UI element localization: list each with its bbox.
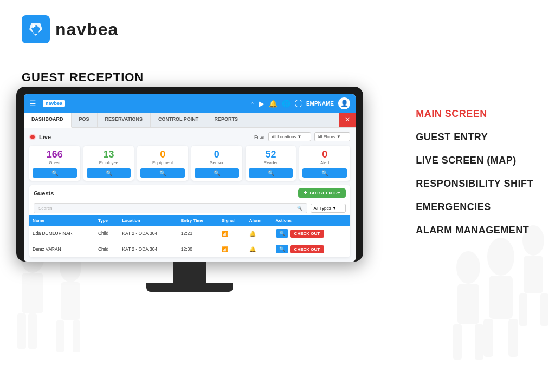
sensor-count: 0	[195, 149, 239, 160]
type-select[interactable]: All Types ▼	[311, 204, 346, 213]
app-tabs: DASHBOARD POS RESERVATIONS CONTROL POINT…	[24, 113, 356, 128]
expand-icon[interactable]: ⛶	[295, 100, 302, 108]
menu-item-label-2: LIVE SCREEN (MAP)	[416, 155, 517, 166]
page-title: GUEST RECEPTION	[22, 70, 144, 84]
monitor-frame: ☰ navbea ⌂ ▶ 🔔 🌐 ⛶ EMPNAME 👤 DASHBOARD P…	[16, 87, 363, 262]
tab-pos[interactable]: POS	[72, 113, 98, 127]
cell-location: KAT 2 - ODA 304	[119, 241, 178, 257]
svg-rect-10	[453, 324, 462, 360]
guest-search-btn[interactable]: 🔍	[33, 168, 77, 178]
cell-name: Deniz VARAN	[29, 241, 95, 257]
play-icon[interactable]: ▶	[259, 100, 264, 108]
row-search-btn-0[interactable]: 🔍	[276, 229, 288, 238]
table-row: Eda DUMLUPINAR Child KAT 2 - ODA 304 12:…	[29, 226, 350, 241]
hamburger-icon[interactable]: ☰	[29, 99, 36, 108]
checkout-btn-1[interactable]: CHECK OUT	[290, 245, 325, 253]
logo-icon	[22, 15, 50, 43]
menu-item-4[interactable]: EMERGENCIES	[416, 201, 533, 213]
svg-rect-1	[489, 276, 513, 319]
cell-location: KAT 2 - ODA 304	[119, 226, 178, 241]
stat-employee: 13 Employee 🔍	[83, 146, 134, 181]
menu-item-0[interactable]: MAIN SCREEN	[416, 108, 533, 120]
cell-signal: 📶	[218, 226, 246, 241]
stat-alert: 0 Alert 🔍	[299, 146, 350, 181]
cell-actions: 🔍 CHECK OUT	[273, 226, 350, 241]
row-search-btn-1[interactable]: 🔍	[276, 245, 288, 253]
menu-item-1[interactable]: GUEST ENTRY	[416, 132, 533, 143]
filter-label: Filter	[254, 134, 265, 140]
home-icon[interactable]: ⌂	[250, 100, 255, 108]
right-panel: MAIN SCREENGUEST ENTRYLIVE SCREEN (MAP)R…	[416, 108, 533, 248]
globe-icon[interactable]: 🌐	[282, 100, 291, 108]
reader-label: Reader	[249, 160, 293, 165]
svg-point-8	[456, 251, 480, 284]
search-input[interactable]: Search 🔍	[34, 203, 307, 213]
menu-item-label-1: GUEST ENTRY	[416, 132, 488, 142]
tab-reports[interactable]: REPORTS	[206, 113, 246, 127]
guests-section: Guests ✚ GUEST ENTRY Search 🔍	[29, 185, 350, 257]
menu-item-5[interactable]: ALARM MANAGEMENT	[416, 225, 533, 236]
svg-rect-9	[457, 284, 479, 324]
bell-icon[interactable]: 🔔	[269, 100, 278, 108]
exit-button[interactable]: ✕	[339, 113, 356, 127]
cell-entry-time: 12:23	[178, 226, 218, 241]
equipment-count: 0	[140, 149, 185, 160]
menu-item-label-4: EMERGENCIES	[416, 201, 491, 212]
cell-signal: 📶	[218, 241, 246, 257]
live-indicator: Live	[29, 134, 51, 140]
cell-entry-time: 12:30	[178, 241, 218, 257]
tab-dashboard[interactable]: DASHBOARD	[24, 113, 72, 128]
sensor-search-btn[interactable]: 🔍	[195, 168, 239, 178]
alert-count: 0	[302, 149, 347, 160]
guest-label: Guest	[33, 160, 77, 165]
menu-item-label-0: MAIN SCREEN	[416, 108, 487, 119]
monitor-screen: ☰ navbea ⌂ ▶ 🔔 🌐 ⛶ EMPNAME 👤 DASHBOARD P…	[24, 94, 356, 262]
svg-rect-5	[524, 256, 543, 293]
floors-select[interactable]: All Floors ▼	[314, 132, 350, 141]
stats-row: 166 Guest 🔍 13 Employee 🔍 0 Equipment 🔍	[29, 146, 350, 181]
tab-reservations[interactable]: RESERVATIONS	[98, 113, 151, 127]
col-type: Type	[95, 215, 119, 226]
svg-rect-14	[17, 313, 26, 349]
monitor-wrapper: ☰ navbea ⌂ ▶ 🔔 🌐 ⛶ EMPNAME 👤 DASHBOARD P…	[16, 87, 363, 292]
guest-entry-button[interactable]: ✚ GUEST ENTRY	[298, 188, 346, 198]
menu-item-3[interactable]: RESPONSIBILITY SHIFT	[416, 178, 533, 190]
reader-search-btn[interactable]: 🔍	[249, 168, 293, 178]
nav-icons: ⌂ ▶ 🔔 🌐 ⛶ EMPNAME 👤	[250, 97, 350, 109]
col-entry-time: Entry Time	[178, 215, 218, 226]
svg-rect-7	[540, 293, 548, 326]
monitor-neck	[173, 262, 206, 283]
svg-rect-18	[56, 320, 64, 352]
equipment-search-btn[interactable]: 🔍	[140, 168, 185, 178]
sensor-label: Sensor	[195, 160, 239, 165]
checkout-btn-0[interactable]: CHECK OUT	[290, 230, 325, 238]
col-alarm: Alarm	[246, 215, 273, 226]
menu-item-2[interactable]: LIVE SCREEN (MAP)	[416, 155, 533, 166]
live-label: Live	[39, 134, 51, 140]
cell-alarm: 🔔	[246, 241, 273, 257]
svg-rect-3	[508, 319, 518, 357]
employee-search-btn[interactable]: 🔍	[87, 168, 131, 178]
logo-area: navbea	[22, 15, 118, 43]
dashboard-content: Live Filter All Locations ▼ All Floors ▼	[24, 128, 356, 262]
guests-title: Guests	[34, 190, 54, 197]
wifi-icon: 📶	[222, 246, 228, 252]
alarm-icon: 🔔	[249, 231, 256, 237]
stat-reader: 52 Reader 🔍	[246, 146, 296, 181]
col-name: Name	[29, 215, 95, 226]
cell-type: Child	[95, 226, 119, 241]
search-row: Search 🔍 All Types ▼	[29, 201, 350, 215]
wifi-icon: 📶	[222, 231, 228, 237]
alarm-icon: 🔔	[249, 246, 256, 252]
user-avatar: 👤	[338, 97, 350, 109]
cell-alarm: 🔔	[246, 226, 273, 241]
alert-label: Alert	[302, 160, 347, 165]
table-row: Deniz VARAN Child KAT 2 - ODA 304 12:30 …	[29, 241, 350, 257]
live-dot	[29, 134, 36, 140]
stat-equipment: 0 Equipment 🔍	[137, 146, 188, 181]
alert-search-btn[interactable]: 🔍	[302, 168, 347, 178]
tab-control-point[interactable]: CONTROL POINT	[151, 113, 206, 127]
col-signal: Signal	[218, 215, 246, 226]
emp-name: EMPNAME	[306, 101, 334, 107]
locations-select[interactable]: All Locations ▼	[268, 132, 311, 141]
